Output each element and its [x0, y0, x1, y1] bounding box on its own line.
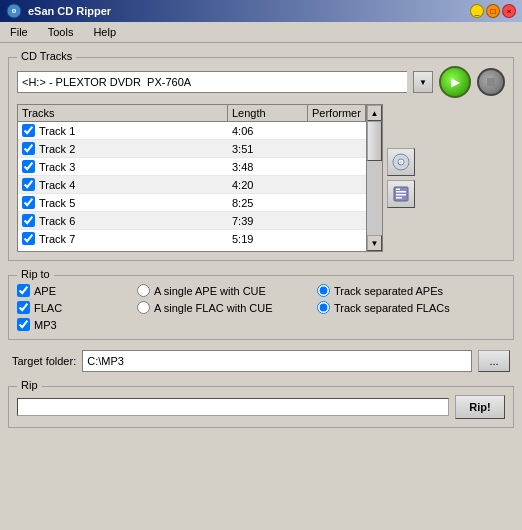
side-icons: [387, 104, 415, 252]
menu-tools[interactable]: Tools: [42, 24, 80, 40]
track-length: 4:20: [232, 179, 253, 191]
track-length: 3:48: [232, 161, 253, 173]
svg-rect-11: [396, 189, 400, 191]
track-length-cell: 7:39: [228, 212, 308, 229]
play-button[interactable]: ▶: [439, 66, 471, 98]
track-checkbox[interactable]: [22, 178, 35, 191]
eject-icon: [392, 153, 410, 171]
info-icon: [392, 185, 410, 203]
svg-rect-10: [396, 197, 402, 199]
track-checkbox[interactable]: [22, 142, 35, 155]
main-content: CD Tracks ▼ ▶ Tracks Length: [0, 43, 522, 434]
title-bar: eSan CD Ripper _ □ ×: [0, 0, 522, 22]
track-name-cell: Track 6: [18, 212, 228, 229]
track-checkbox[interactable]: [22, 196, 35, 209]
track-length-cell: 3:48: [228, 158, 308, 175]
single-flac-label: A single FLAC with CUE: [154, 302, 273, 314]
track-checkbox[interactable]: [22, 160, 35, 173]
track-checkbox[interactable]: [22, 214, 35, 227]
track-performer-cell: [308, 230, 366, 247]
track-length: 4:06: [232, 125, 253, 137]
scrollbar: ▲ ▼: [366, 105, 382, 251]
table-row: Track 1 4:06: [18, 122, 366, 140]
maximize-icon: □: [491, 7, 496, 16]
menu-bar: File Tools Help: [0, 22, 522, 43]
rip-to-label: Rip to: [17, 268, 54, 280]
table-row: Track 3 3:48: [18, 158, 366, 176]
table-row: Track 7 5:19: [18, 230, 366, 247]
track-length-cell: 5:19: [228, 230, 308, 247]
stop-button[interactable]: [477, 68, 505, 96]
track-name: Track 6: [39, 215, 75, 227]
rip-row-1: APE A single APE with CUE Track separate…: [17, 284, 505, 297]
track-name-cell: Track 3: [18, 158, 228, 175]
rip-section-label: Rip: [17, 379, 42, 391]
mp3-checkbox[interactable]: [17, 318, 30, 331]
close-icon: ×: [507, 7, 512, 16]
track-checkbox[interactable]: [22, 232, 35, 245]
single-flac-radio[interactable]: [137, 301, 150, 314]
cd-eject-button[interactable]: [387, 148, 415, 176]
ape-checkbox[interactable]: [17, 284, 30, 297]
menu-help[interactable]: Help: [87, 24, 122, 40]
minimize-button[interactable]: _: [470, 4, 484, 18]
col-tracks: Tracks: [18, 105, 228, 121]
track-performer-cell: [308, 212, 366, 229]
track-length-cell: 3:51: [228, 140, 308, 157]
track-length-cell: 4:20: [228, 176, 308, 193]
dropdown-arrow-icon: ▼: [419, 78, 427, 87]
track-performer-cell: [308, 176, 366, 193]
close-button[interactable]: ×: [502, 4, 516, 18]
table-row: Track 6 7:39: [18, 212, 366, 230]
scroll-down-button[interactable]: ▼: [367, 235, 382, 251]
cd-info-button[interactable]: [387, 180, 415, 208]
drive-select[interactable]: [17, 71, 407, 93]
maximize-button[interactable]: □: [486, 4, 500, 18]
track-name: Track 2: [39, 143, 75, 155]
rip-section: Rip Rip!: [8, 386, 514, 428]
flac-option: FLAC: [17, 301, 137, 314]
single-ape-option: A single APE with CUE: [137, 284, 317, 297]
rip-options: APE A single APE with CUE Track separate…: [17, 284, 505, 331]
stop-icon: [485, 76, 497, 88]
tracks-header: Tracks Length Performer: [18, 105, 366, 122]
flac-checkbox[interactable]: [17, 301, 30, 314]
tracks-table: Tracks Length Performer Track 1 4:06 Tra…: [17, 104, 383, 252]
drive-dropdown-button[interactable]: ▼: [413, 71, 433, 93]
rip-row-3: MP3: [17, 318, 505, 331]
track-flacs-label: Track separated FLACs: [334, 302, 450, 314]
track-flacs-radio[interactable]: [317, 301, 330, 314]
browse-button[interactable]: ...: [478, 350, 510, 372]
svg-rect-9: [396, 194, 406, 196]
track-length-cell: 4:06: [228, 122, 308, 139]
single-ape-radio[interactable]: [137, 284, 150, 297]
track-checkbox[interactable]: [22, 124, 35, 137]
cd-tracks-group: CD Tracks ▼ ▶ Tracks Length: [8, 57, 514, 261]
tracks-area: Tracks Length Performer Track 1 4:06 Tra…: [17, 104, 505, 252]
track-apes-label: Track separated APEs: [334, 285, 443, 297]
target-input[interactable]: [82, 350, 472, 372]
track-performer-cell: [308, 158, 366, 175]
target-label: Target folder:: [12, 355, 76, 367]
single-flac-option: A single FLAC with CUE: [137, 301, 317, 314]
track-performer-cell: [308, 140, 366, 157]
menu-file[interactable]: File: [4, 24, 34, 40]
cd-icon: [6, 3, 22, 19]
scroll-up-button[interactable]: ▲: [367, 105, 382, 121]
scroll-track[interactable]: [367, 121, 382, 235]
flac-label: FLAC: [34, 302, 62, 314]
track-name-cell: Track 4: [18, 176, 228, 193]
table-row: Track 4 4:20: [18, 176, 366, 194]
track-length: 3:51: [232, 143, 253, 155]
rip-button[interactable]: Rip!: [455, 395, 505, 419]
track-flacs-option: Track separated FLACs: [317, 301, 505, 314]
single-ape-label: A single APE with CUE: [154, 285, 266, 297]
track-name-cell: Track 2: [18, 140, 228, 157]
track-name-cell: Track 7: [18, 230, 228, 247]
track-apes-radio[interactable]: [317, 284, 330, 297]
svg-rect-8: [396, 191, 406, 193]
track-apes-option: Track separated APEs: [317, 284, 505, 297]
table-row: Track 2 3:51: [18, 140, 366, 158]
scroll-thumb[interactable]: [367, 121, 382, 161]
target-row: Target folder: ...: [8, 350, 514, 372]
